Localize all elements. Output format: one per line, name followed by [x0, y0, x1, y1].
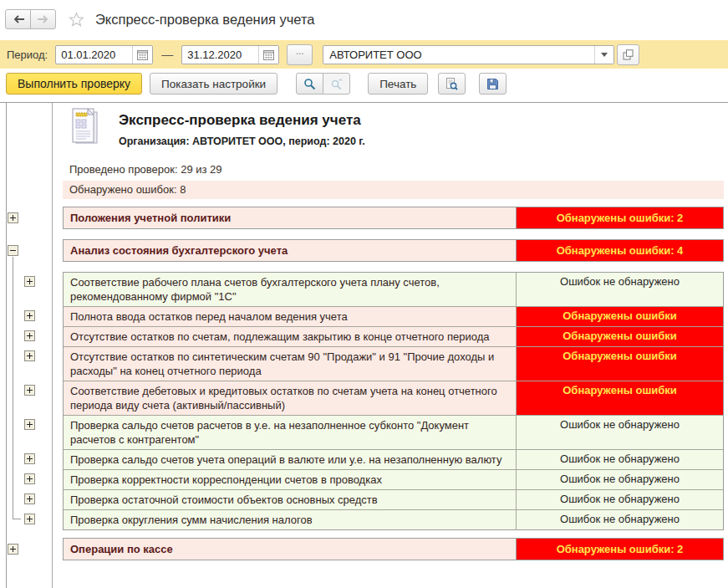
report-header-text: Экспресс-проверка ведения учета Организа… [119, 108, 365, 150]
check-row[interactable]: Полнота ввода остатков перед началом вед… [64, 306, 723, 326]
report-header: Экспресс-проверка ведения учета Организа… [69, 108, 728, 150]
expand-group-button[interactable] [8, 212, 18, 223]
page-title: Экспресс-проверка ведения учета [95, 12, 314, 28]
preview-icon [445, 78, 458, 90]
chevron-down-icon [601, 53, 608, 57]
check-title: Проверка остаточной стоимости объектов о… [64, 490, 516, 509]
back-button[interactable] [5, 9, 31, 29]
section-error-badge: Обнаружены ошибки: 2 [516, 539, 723, 560]
check-error-badge: Обнаружены ошибки [516, 381, 723, 415]
check-row[interactable]: Проверка округления сумм начисления нало… [64, 509, 723, 529]
check-row[interactable]: Соответствие рабочего плана счетов бухга… [64, 273, 723, 306]
check-ok-badge: Ошибок не обнаружено [516, 490, 723, 509]
report-title: Экспресс-проверка ведения учета [119, 112, 365, 129]
check-row[interactable]: Отсутствие остатков по счетам, подлежащи… [64, 326, 723, 346]
expand-group-button[interactable] [24, 493, 35, 504]
run-check-button[interactable]: Выполнить проверку [6, 73, 142, 95]
organization-combo[interactable]: АВТОРИТЕТ ООО [323, 45, 614, 64]
check-title: Проверка корректности корреспонденции сч… [64, 470, 516, 489]
period-label: Период: [7, 49, 48, 61]
open-value-icon [623, 49, 634, 60]
filter-bar: Период: 01.01.2020 — 31.12.2020 ... АВТО… [0, 40, 728, 69]
favorites-star-icon[interactable] [69, 12, 84, 27]
organization-dropdown-button[interactable] [594, 46, 613, 64]
check-title: Проверка округления сумм начисления нало… [64, 510, 516, 529]
check-table: Соответствие рабочего плана счетов бухга… [63, 272, 724, 530]
check-title: Отсутствие остатков по синтетическим сче… [64, 347, 516, 381]
date-to-calendar-button[interactable] [258, 46, 278, 64]
section-title: Операции по кассе [64, 539, 516, 560]
check-error-badge: Обнаружены ошибки [516, 307, 723, 326]
section-error-badge: Обнаружены ошибки: 4 [516, 240, 723, 261]
expand-group-button[interactable] [24, 276, 35, 287]
check-title: Соответствие рабочего плана счетов бухга… [64, 273, 516, 306]
show-settings-button[interactable]: Показать настройки [150, 73, 277, 95]
section-row[interactable]: Анализ состояния бухгалтерского учетаОбн… [63, 239, 724, 262]
report-subtitle: Организация: АВТОРИТЕТ ООО, период: 2020… [119, 135, 365, 147]
check-title: Полнота ввода остатков перед началом вед… [64, 307, 516, 326]
check-ok-badge: Ошибок не обнаружено [516, 273, 723, 306]
report-rows: Проведено проверок: 29 из 29Обнаружено о… [63, 161, 724, 560]
expand-group-button[interactable] [24, 385, 35, 396]
save-button[interactable] [479, 73, 507, 95]
section-title: Анализ состояния бухгалтерского учета [64, 240, 516, 261]
check-error-badge: Обнаружены ошибки [516, 347, 723, 381]
tree-gutter-border [52, 103, 53, 588]
forward-arrow-icon [37, 14, 50, 24]
save-floppy-icon [486, 78, 499, 90]
find-next-button[interactable] [323, 73, 350, 95]
summary-row: Проведено проверок: 29 из 29 [63, 161, 724, 179]
report-document-icon [69, 108, 100, 150]
navbar: Экспресс-проверка ведения учета [0, 0, 728, 38]
date-from-value: 01.01.2020 [56, 49, 132, 61]
expand-group-button[interactable] [24, 473, 35, 484]
period-options-button[interactable]: ... [287, 44, 313, 65]
check-row[interactable]: Проверка сальдо счетов расчетов в у.е. н… [64, 415, 723, 449]
check-ok-badge: Ошибок не обнаружено [516, 416, 723, 449]
section-error-badge: Обнаружены ошибки: 2 [516, 207, 723, 228]
check-row[interactable]: Отсутствие остатков по синтетическим сче… [64, 346, 723, 381]
search-button-group [296, 73, 350, 95]
check-ok-badge: Ошибок не обнаружено [516, 470, 723, 489]
find-button[interactable] [296, 73, 323, 95]
expand-group-button[interactable] [24, 514, 35, 524]
check-title: Соответствие дебетовых и кредитовых оста… [64, 381, 516, 415]
section-row[interactable]: Операции по кассеОбнаружены ошибки: 2 [63, 538, 724, 560]
report-pane: Экспресс-проверка ведения учета Организа… [0, 102, 728, 588]
section-row[interactable]: Положения учетной политикиОбнаружены оши… [63, 207, 724, 229]
date-to-value: 31.12.2020 [182, 49, 258, 61]
expand-group-button[interactable] [24, 419, 35, 430]
collapse-group-button[interactable] [8, 245, 18, 256]
expand-group-button[interactable] [24, 330, 35, 341]
search-refresh-icon [330, 78, 343, 90]
summary-row: Обнаружено ошибок: 8 [63, 181, 724, 199]
check-row[interactable]: Проверка сальдо счетов учета операций в … [64, 449, 723, 469]
print-button[interactable]: Печать [368, 73, 428, 95]
toolbar: Выполнить проверку Показать настройки Пе… [0, 69, 728, 99]
check-error-badge: Обнаружены ошибки [516, 327, 723, 346]
date-from-field[interactable]: 01.01.2020 [55, 45, 153, 64]
calendar-icon [263, 49, 274, 60]
organization-value: АВТОРИТЕТ ООО [323, 49, 594, 61]
nav-history-buttons [5, 9, 56, 29]
date-from-calendar-button[interactable] [132, 46, 152, 64]
organization-open-button[interactable] [617, 44, 639, 65]
check-title: Отсутствие остатков по счетам, подлежащи… [64, 327, 516, 346]
period-dash: — [161, 48, 173, 61]
expand-group-button[interactable] [24, 310, 35, 321]
check-ok-badge: Ошибок не обнаружено [516, 510, 723, 529]
check-row[interactable]: Проверка остаточной стоимости объектов о… [64, 489, 723, 509]
expand-group-button[interactable] [24, 453, 35, 464]
print-preview-button[interactable] [438, 73, 466, 95]
forward-button[interactable] [30, 9, 56, 29]
check-row[interactable]: Соответствие дебетовых и кредитовых оста… [64, 381, 723, 415]
expand-group-button[interactable] [24, 350, 35, 361]
search-icon [303, 78, 316, 90]
back-arrow-icon [12, 14, 25, 24]
expand-group-button[interactable] [8, 544, 18, 555]
check-title: Проверка сальдо счетов учета операций в … [64, 450, 516, 469]
date-to-field[interactable]: 31.12.2020 [181, 45, 279, 64]
check-ok-badge: Ошибок не обнаружено [516, 450, 723, 469]
check-title: Проверка сальдо счетов расчетов в у.е. н… [64, 416, 516, 449]
check-row[interactable]: Проверка корректности корреспонденции сч… [64, 469, 723, 489]
